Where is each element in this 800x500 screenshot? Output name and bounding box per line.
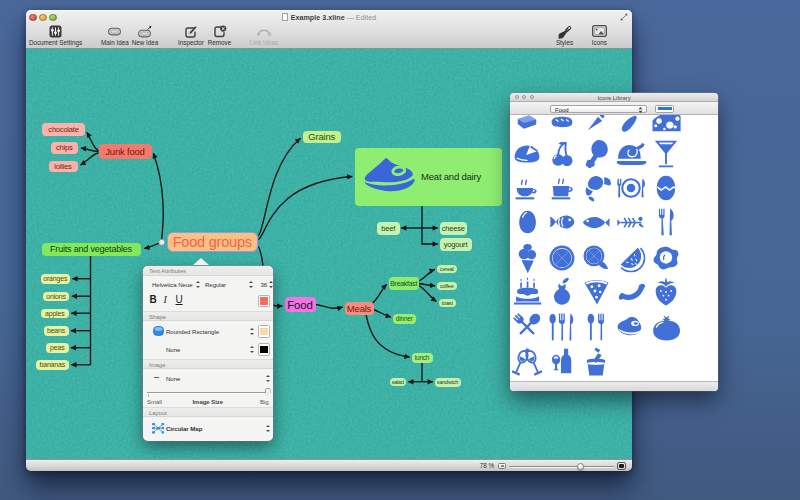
font-size-field[interactable]: 36 [261,281,268,288]
mindmap-node-toast[interactable]: toast [439,299,457,307]
library-icon-crossed-utensils[interactable] [510,310,544,344]
zoom-slider-track[interactable] [509,466,614,467]
library-icon-roast-chicken[interactable] [614,137,648,171]
library-icon-birthday-cake[interactable] [510,275,544,309]
zoom-fit-button[interactable] [498,463,506,469]
mindmap-node-yogourt[interactable]: yogourt [440,238,472,251]
font-size-stepper-icon[interactable] [269,281,273,288]
mindmap-node-peas[interactable]: peas [46,343,69,353]
font-face-popup[interactable]: Regular [205,281,226,288]
toolbar-button-remove[interactable]: Remove [204,25,236,47]
icon-color-swatch[interactable] [655,105,674,113]
mindmap-node-lollies[interactable]: lollies [49,161,78,173]
library-icon-cheers-glasses[interactable] [510,345,544,379]
mindmap-node-meat-and-dairy[interactable]: Meat and dairy [355,148,502,206]
image-size-slider-track[interactable] [147,392,271,393]
library-icon-lemon[interactable] [580,241,614,275]
image-kind-popup[interactable]: None [166,375,180,382]
library-icon-cheese-slice[interactable] [649,115,683,138]
mindmap-node-meals[interactable]: Meals [345,302,374,315]
bold-button[interactable]: B [150,294,157,305]
library-icon-spoon-fork[interactable] [580,310,614,344]
library-icon-coffee-cup[interactable] [545,171,579,205]
toolbar-button-new-idea[interactable]: New Idea [128,25,162,47]
library-icon-sausage[interactable] [614,275,648,309]
toolbar-button-icons[interactable]: Icons [587,25,611,47]
stroke-kind-stepper-icon[interactable] [250,346,254,353]
mindmap-node-cheese[interactable]: cheese [440,222,468,235]
library-icon-ice-cream[interactable] [510,241,544,275]
toolbar-button-document-settings[interactable]: Document Settings [16,25,96,47]
shape-kind-stepper-icon[interactable] [250,328,254,335]
library-icon-shrimp[interactable] [614,115,648,138]
library-icon-fried-egg[interactable] [649,241,683,275]
library-icon-martini[interactable] [649,137,683,171]
library-icon-fork-knife[interactable] [649,205,683,239]
shape-kind-popup[interactable]: Rounded Rectangle [166,328,219,335]
library-icon-strawberry[interactable] [649,275,683,309]
library-icon-pizza[interactable] [580,275,614,309]
overview-button[interactable] [617,462,627,470]
mindmap-node-breakfast[interactable]: Breakfast [389,277,420,290]
font-face-stepper-icon[interactable] [249,281,253,288]
library-icon-egg[interactable] [510,205,544,239]
image-kind-stepper-icon[interactable] [266,375,270,382]
library-icon-fish-bones[interactable] [614,205,648,239]
font-family-stepper-icon[interactable] [196,281,200,288]
underline-button[interactable]: U [176,294,183,305]
mindmap-node-grains[interactable]: Grains [303,131,341,144]
mindmap-node-cereal[interactable]: cereal [437,265,457,274]
fullscreen-icon[interactable] [620,13,628,21]
layout-kind-popup[interactable]: Circular Map [166,425,202,432]
italic-button[interactable]: I [164,294,167,305]
library-icon-wine[interactable] [545,345,579,379]
library-icon-fish-fat[interactable] [545,205,579,239]
library-icon-bread[interactable] [545,115,579,138]
mindmap-node-bananas[interactable]: bananas [36,360,70,370]
mindmap-node-food-groups[interactable]: Food groups [167,232,258,252]
library-icon-fish[interactable] [580,205,614,239]
mindmap-node-coffee[interactable]: coffee [437,282,457,291]
library-icon-watermelon[interactable] [614,241,648,275]
toolbar-button-styles[interactable]: Styles [552,25,578,47]
library-icon-pear[interactable] [545,275,579,309]
library-icon-butter[interactable] [510,115,544,138]
library-icon-chocolate-egg[interactable] [649,171,683,205]
text-color-well[interactable] [258,295,271,308]
library-icon-cheese-wheel[interactable] [510,137,544,171]
toolbar-button-main-idea[interactable]: Main Idea [98,25,132,47]
category-popup[interactable]: Food [550,105,647,113]
shape-fill-well[interactable] [258,325,271,338]
mindmap-node-beef[interactable]: beef [377,222,400,235]
mindmap-node-chocolate[interactable]: chocolate [42,123,85,137]
mindmap-node-chips[interactable]: chips [51,142,78,154]
library-icon-espresso[interactable] [510,171,544,205]
mindmap-node-beans[interactable]: beans [44,326,69,336]
library-icon-croissant[interactable] [580,171,614,205]
library-icon-champagne-bucket[interactable] [580,345,614,379]
library-icon-cutlery[interactable] [545,310,579,344]
mindmap-node-dinner[interactable]: dinner [393,314,416,324]
mindmap-node-oranges[interactable]: oranges [41,274,71,285]
font-family-popup[interactable]: Helvetica Neue [152,281,193,288]
mindmap-node-sandwich[interactable]: sandwich [435,378,461,387]
image-size-slider-knob[interactable] [265,388,271,396]
mindmap-node-fruits-and-vegetables[interactable]: Fruits and vegetables [42,243,141,256]
mindmap-node-food[interactable]: Food [285,297,316,312]
layout-kind-stepper-icon[interactable] [266,425,270,432]
mindmap-node-salad[interactable]: salad [390,378,407,387]
mindmap-node-onions[interactable]: onions [43,292,69,302]
library-icon-dinner-set[interactable] [614,171,648,205]
library-icon-carrot[interactable] [580,115,614,138]
zoom-slider-knob[interactable] [577,463,584,470]
mindmap-node-apples[interactable]: apples [41,309,70,319]
mindmap-node-lunch[interactable]: lunch [412,353,433,363]
library-icon-orange-slice[interactable] [545,241,579,275]
stroke-color-well[interactable] [258,343,271,356]
library-icon-tomato[interactable] [649,310,683,344]
library-icon-cherries[interactable] [545,137,579,171]
library-icon-drumstick[interactable] [580,137,614,171]
mindmap-node-junk-food[interactable]: Junk food [99,144,152,159]
stroke-kind-popup[interactable]: None [166,346,180,353]
library-icon-steak[interactable] [614,310,648,344]
